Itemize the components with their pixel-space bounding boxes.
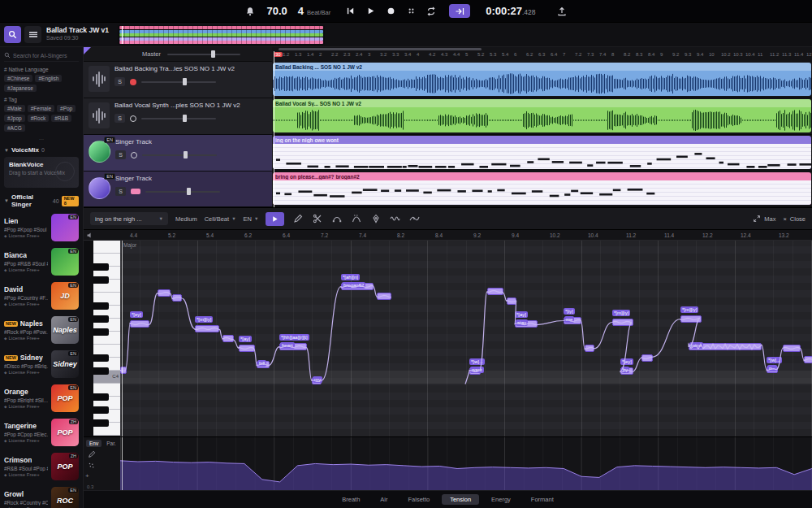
midi-note[interactable] [680, 315, 702, 323]
piano-black-key[interactable] [93, 315, 109, 323]
piano-black-key[interactable] [93, 328, 109, 336]
clip[interactable]: ing on the nigh owe wont [273, 136, 811, 169]
note-grid[interactable]: Major *[ey]*[m][iy]*[ay]bill*[hh][aa][r]… [120, 241, 812, 436]
parameter-tab[interactable]: Air [372, 494, 395, 505]
singer-avatar[interactable]: POP ZH [51, 453, 79, 480]
piano-black-key[interactable] [93, 393, 109, 401]
language-chip[interactable]: #Chinese [4, 75, 32, 82]
audition-speaker-icon[interactable] [86, 232, 93, 239]
midi-note[interactable] [804, 356, 812, 363]
filters-expander[interactable]: ... [4, 135, 79, 141]
volume-slider[interactable] [141, 118, 216, 119]
singer-avatar[interactable]: Naples EN [51, 316, 79, 344]
track-header[interactable]: EN Singer Track S [84, 172, 272, 207]
midi-note[interactable] [585, 345, 594, 352]
parameter-tab[interactable]: Formant [523, 494, 562, 505]
tempo-value[interactable]: 70.0 [266, 5, 287, 17]
midi-note[interactable] [158, 289, 171, 297]
scissors-tool-icon[interactable] [311, 213, 323, 225]
tag-chip[interactable]: #R&B [51, 115, 71, 122]
midi-note[interactable] [195, 325, 219, 332]
master-volume-slider[interactable] [167, 54, 240, 55]
node-curve-tool-icon[interactable] [330, 213, 343, 225]
export-upload-button[interactable] [556, 6, 568, 17]
singer-list-item[interactable]: Lien #Pop #Kpop #Soul #... ◆ License Fre… [4, 211, 79, 245]
metronome-grid-icon[interactable] [405, 6, 417, 17]
cell-beat-dropdown[interactable]: Cell/Beat ▼ [205, 215, 236, 223]
singer-list-item[interactable]: David #Pop #Country #F... ◆ License Free… [4, 279, 79, 313]
piano-black-key[interactable] [93, 354, 109, 362]
midi-note[interactable] [487, 288, 503, 295]
loop-button[interactable] [425, 6, 437, 17]
play-button[interactable] [365, 6, 376, 17]
editor-playhead[interactable] [122, 241, 123, 436]
singer-library-button[interactable] [4, 26, 21, 43]
midi-note[interactable] [172, 294, 182, 302]
piano-black-key[interactable] [93, 406, 109, 414]
notification-bell-icon[interactable] [244, 6, 256, 17]
solo-button[interactable]: S [115, 150, 126, 159]
spray-tool-icon[interactable] [88, 462, 96, 470]
midi-note[interactable] [239, 345, 255, 352]
par-tab[interactable]: Par. [103, 440, 119, 447]
grid-value-dropdown[interactable]: Medium [175, 215, 197, 223]
bezier-tool-icon[interactable] [350, 213, 362, 225]
draw-tool-icon[interactable] [88, 450, 96, 458]
midi-note[interactable] [222, 335, 234, 342]
tag-chip[interactable]: #Rock [28, 115, 49, 122]
scale-label[interactable]: Major [123, 242, 136, 248]
clip-selector-dropdown[interactable]: ing on the nigh ... ▼ [90, 212, 168, 225]
singer-avatar[interactable]: EN [51, 248, 79, 276]
pen-anchor-tool-icon[interactable] [369, 213, 382, 225]
volume-slider[interactable] [142, 154, 217, 156]
record-button[interactable] [385, 6, 396, 17]
piano-key-f5[interactable] [93, 241, 120, 254]
horizontal-scrollbar[interactable] [279, 48, 482, 50]
singer-avatar[interactable]: JD EN [51, 282, 79, 310]
language-chip[interactable]: #English [35, 75, 62, 82]
singer-list-item[interactable]: Tangerine #Pop #Cpop #Elec... ◆ License … [4, 415, 79, 449]
parameter-tab[interactable]: Falsetto [400, 494, 438, 505]
singer-list-item[interactable]: Growl #Rock #Country #C... ◆ License Fre… [4, 484, 79, 508]
tag-chip[interactable]: #Jpop [4, 115, 25, 122]
tag-chip[interactable]: #Pop [57, 105, 76, 112]
singer-list-item[interactable]: NEW Sidney #Disco #Pop #Brig... ◆ Licens… [4, 347, 79, 381]
pencil-tool-icon[interactable] [292, 213, 304, 225]
editor-play-button[interactable] [266, 212, 284, 226]
smooth-tool-icon[interactable] [408, 213, 421, 225]
piano-black-key[interactable] [93, 367, 109, 375]
language-dropdown[interactable]: EN ▼ [244, 215, 259, 223]
singer-avatar[interactable]: ROC EN [51, 487, 79, 508]
timeline-marker[interactable]: 30 [274, 52, 283, 57]
parameter-tab[interactable]: Energy [483, 494, 519, 505]
tag-chip[interactable]: #Female [28, 105, 54, 112]
voicemix-section-header[interactable]: ▼ VoiceMix 0 [4, 146, 79, 154]
singer-list-item[interactable]: Crimson #R&B #Soul #Pop #... ◆ License F… [4, 449, 79, 484]
piano-black-key[interactable] [93, 302, 109, 310]
vibrato-tool-icon[interactable] [389, 213, 401, 225]
blankvoice-card[interactable]: BlankVoice Drag to start a VoiceMix [4, 157, 79, 188]
singer-avatar[interactable]: Sidney EN [51, 350, 79, 378]
singer-avatar[interactable]: POP EN [51, 384, 79, 412]
add-parameter-button[interactable]: + [85, 472, 89, 480]
track-color-chip[interactable] [131, 189, 140, 194]
solo-button[interactable]: S [115, 187, 126, 196]
volume-slider[interactable] [141, 81, 216, 83]
time-signature[interactable]: 4 Beat/Bar [298, 5, 330, 17]
singer-track-avatar[interactable]: EN [89, 141, 110, 163]
singer-avatar[interactable]: EN [51, 214, 79, 241]
singer-avatar[interactable]: POP ZH [51, 419, 79, 446]
skip-to-start-button[interactable] [344, 6, 356, 17]
official-singer-section-header[interactable]: ▼ Official Singer 40 NEW 8 [4, 193, 79, 208]
piano-black-key[interactable] [93, 276, 109, 284]
follow-playhead-button[interactable] [449, 4, 470, 18]
midi-note[interactable] [783, 345, 801, 352]
clip[interactable]: Ballad Backing ... SOS NO 1 JW v2 [273, 63, 811, 96]
language-chip[interactable]: #Japanese [4, 85, 37, 92]
arrange-ruler[interactable]: 1.21.31.422.22.32.433.23.33.444.24.34.45… [283, 52, 812, 62]
editor-ruler[interactable]: 4.45.25.46.26.47.27.48.28.49.29.410.210.… [120, 230, 812, 241]
track-header[interactable]: Ballad Vocal Synth ...ples SOS NO 1 JW v… [84, 98, 272, 135]
midi-note[interactable] [377, 293, 391, 300]
midi-note[interactable] [641, 354, 653, 362]
piano-black-key[interactable] [93, 263, 109, 271]
